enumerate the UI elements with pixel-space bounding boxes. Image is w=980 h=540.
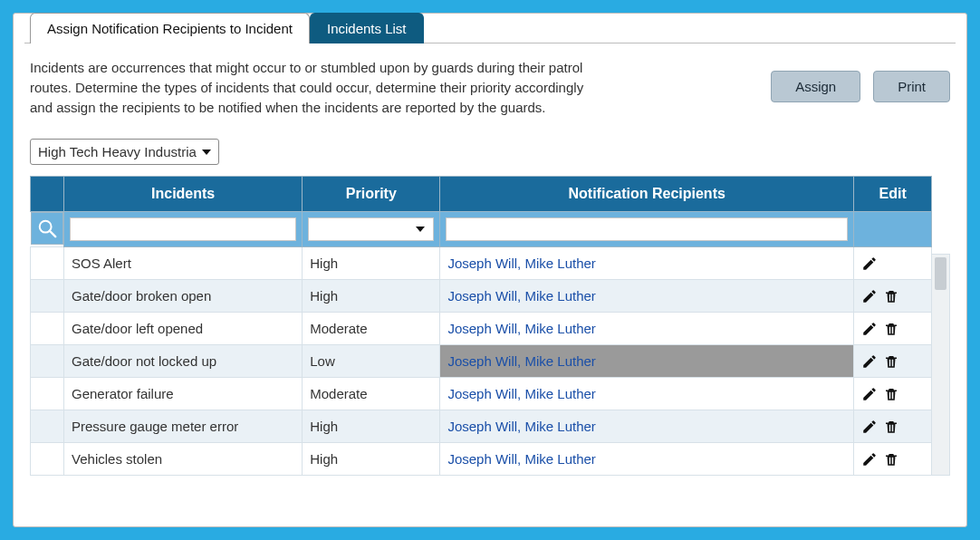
edit-icon[interactable] (861, 385, 878, 402)
site-selector[interactable]: High Tech Heavy Industria (30, 139, 219, 165)
recipients-link[interactable]: Joseph Will, Mike Luther (447, 419, 595, 434)
table-row[interactable]: SOS AlertHighJoseph Will, Mike Luther (31, 247, 932, 280)
filter-incident-input[interactable] (70, 217, 296, 241)
incident-cell: SOS Alert (64, 247, 303, 280)
recipients-link[interactable]: Joseph Will, Mike Luther (447, 256, 595, 271)
incident-cell: Gate/door not locked up (64, 345, 303, 378)
priority-cell: Moderate (303, 313, 440, 345)
table-filter-row (31, 212, 932, 247)
table-row[interactable]: Pressure gauge meter errorHighJoseph Wil… (31, 410, 932, 443)
description-text: Incidents are occurrences that might occ… (30, 58, 591, 117)
table-row[interactable]: Gate/door broken openHighJoseph Will, Mi… (31, 280, 932, 313)
priority-cell: High (303, 443, 440, 476)
edit-icon[interactable] (861, 320, 878, 337)
chevron-down-icon (202, 149, 211, 155)
tab-assign-recipients[interactable]: Assign Notification Recipients to Incide… (30, 13, 310, 43)
recipients-link[interactable]: Joseph Will, Mike Luther (447, 288, 595, 304)
svg-marker-0 (202, 149, 211, 155)
edit-cell (853, 345, 931, 378)
header-edit: Edit (853, 177, 931, 212)
tab-bar: Assign Notification Recipients to Incide… (30, 13, 956, 43)
recipients-cell[interactable]: Joseph Will, Mike Luther (440, 410, 854, 443)
search-icon (37, 218, 57, 238)
recipients-cell[interactable]: Joseph Will, Mike Luther (440, 313, 854, 345)
site-selector-value: High Tech Heavy Industria (38, 144, 197, 159)
recipients-link[interactable]: Joseph Will, Mike Luther (447, 321, 595, 336)
recipients-cell[interactable]: Joseph Will, Mike Luther (440, 378, 854, 410)
priority-cell: High (303, 280, 440, 313)
priority-cell: High (303, 247, 440, 280)
recipients-cell[interactable]: Joseph Will, Mike Luther (440, 345, 854, 378)
header-row: Incidents are occurrences that might occ… (24, 58, 956, 117)
delete-icon[interactable] (883, 320, 899, 337)
table-row[interactable]: Generator failureModerateJoseph Will, Mi… (31, 378, 932, 410)
incident-cell: Gate/door left opened (64, 313, 303, 345)
edit-cell (853, 378, 931, 410)
row-blank-cell (31, 280, 64, 313)
table-row[interactable]: Vehicles stolenHighJoseph Will, Mike Lut… (31, 443, 932, 476)
incident-cell: Gate/door broken open (64, 280, 303, 313)
tab-content: Incidents are occurrences that might occ… (24, 43, 956, 476)
recipients-cell[interactable]: Joseph Will, Mike Luther (440, 247, 854, 280)
priority-cell: High (303, 410, 440, 443)
assign-button[interactable]: Assign (771, 71, 860, 102)
priority-cell: Low (303, 345, 440, 378)
table-body: SOS AlertHighJoseph Will, Mike Luther Ga… (31, 247, 932, 476)
filter-recipients-input[interactable] (446, 217, 848, 241)
recipients-link[interactable]: Joseph Will, Mike Luther (447, 451, 595, 467)
filter-priority-select[interactable] (308, 217, 434, 241)
header-recipients[interactable]: Notification Recipients (440, 177, 854, 212)
recipients-link[interactable]: Joseph Will, Mike Luther (447, 386, 595, 401)
priority-cell: Moderate (303, 378, 440, 410)
recipients-cell[interactable]: Joseph Will, Mike Luther (440, 280, 854, 313)
header-blank (31, 177, 64, 212)
main-panel: Assign Notification Recipients to Incide… (13, 13, 967, 527)
edit-cell (853, 247, 931, 280)
edit-cell (853, 280, 931, 313)
table-header-row: Incidents Priority Notification Recipien… (31, 177, 932, 212)
table-row[interactable]: Gate/door left openedModerateJoseph Will… (31, 313, 932, 345)
edit-icon[interactable] (861, 255, 878, 272)
incident-cell: Pressure gauge meter error (64, 410, 303, 443)
incident-cell: Generator failure (64, 378, 303, 410)
edit-cell (853, 410, 931, 443)
row-blank-cell (31, 443, 64, 476)
recipients-link[interactable]: Joseph Will, Mike Luther (447, 353, 595, 369)
delete-icon[interactable] (883, 385, 899, 402)
header-incidents[interactable]: Incidents (64, 177, 303, 212)
incidents-table: Incidents Priority Notification Recipien… (30, 176, 932, 476)
scrollbar-thumb[interactable] (935, 257, 946, 290)
incidents-table-wrap: Incidents Priority Notification Recipien… (30, 176, 950, 476)
recipients-cell[interactable]: Joseph Will, Mike Luther (440, 443, 854, 476)
edit-icon[interactable] (861, 352, 878, 370)
filter-edit-blank (853, 212, 931, 247)
row-blank-cell (31, 313, 64, 345)
delete-icon[interactable] (883, 287, 899, 304)
edit-icon[interactable] (861, 450, 878, 468)
svg-line-2 (50, 231, 55, 236)
tab-incidents-list[interactable]: Incidents List (310, 13, 424, 43)
edit-cell (853, 313, 931, 345)
action-buttons: Assign Print (771, 71, 950, 102)
delete-icon[interactable] (883, 352, 899, 370)
header-priority[interactable]: Priority (303, 177, 440, 212)
row-blank-cell (31, 410, 64, 443)
edit-icon[interactable] (861, 418, 878, 435)
print-button[interactable]: Print (873, 71, 950, 102)
table-row[interactable]: Gate/door not locked upLowJoseph Will, M… (31, 345, 932, 378)
edit-cell (853, 443, 931, 476)
delete-icon[interactable] (883, 450, 899, 468)
row-blank-cell (31, 378, 64, 410)
row-blank-cell (31, 247, 64, 280)
edit-icon[interactable] (861, 287, 878, 304)
row-blank-cell (31, 345, 64, 378)
filter-search-cell (31, 212, 64, 245)
table-scrollbar[interactable] (932, 254, 950, 476)
incident-cell: Vehicles stolen (64, 443, 303, 476)
delete-icon[interactable] (883, 418, 899, 435)
